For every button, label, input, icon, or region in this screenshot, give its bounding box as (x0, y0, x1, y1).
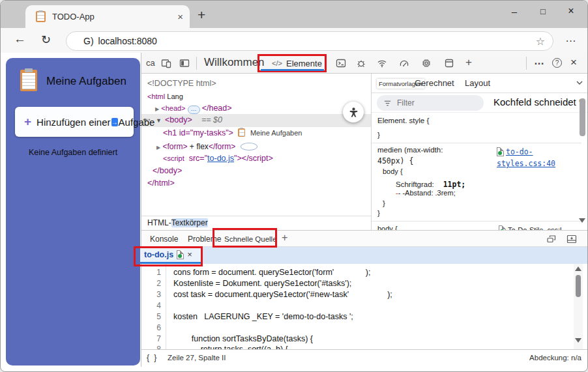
url-bar[interactable]: G) localhost:8080 ☆ (66, 31, 553, 51)
inline-expand-icon[interactable]: … (188, 106, 200, 114)
device-emulation-icon[interactable] (161, 58, 171, 68)
add-task-label: Hinzufügen einer (37, 117, 110, 128)
script-line[interactable]: <script src="to-do.js"></script> (163, 154, 273, 163)
media-body-close: } (383, 199, 385, 207)
filter-icon (383, 99, 392, 107)
script-src-link[interactable]: to-do.js (207, 154, 234, 163)
cursor-position-label: Zeile 27, Spalte II (168, 354, 226, 362)
head-line[interactable]: ▶ <head> … </head> (155, 104, 232, 114)
styles-scrollbar-thumb[interactable] (580, 98, 585, 136)
tab-welcome[interactable]: Willkommen (204, 56, 265, 69)
rule-divider (372, 143, 581, 143)
empty-tasks-message: Keine Aufgaben definiert (6, 148, 140, 157)
css-declaration-gap[interactable]: -- -Abstand: .3rem; (396, 189, 456, 197)
url-text: localhost:8080 (98, 36, 536, 46)
performance-gauge-icon[interactable] (399, 58, 409, 68)
devtools-panel: ca Willkommen </> Elemente (141, 53, 588, 367)
tab-close-icon[interactable]: × (177, 11, 183, 22)
chevron-down-icon[interactable] (575, 78, 584, 87)
styles-pane: Formatvorlagen Gerechnet Layout Kochfeld… (372, 74, 588, 230)
memory-cpu-icon[interactable] (421, 58, 432, 68)
help-icon[interactable]: ? (552, 58, 562, 68)
devtools-menu-icon[interactable]: … (534, 55, 544, 67)
doctype-line: <!DOCTYPE html> (147, 79, 216, 88)
tab-layout[interactable]: Layout (465, 78, 490, 88)
coverage-label: Abdeckung: n/a (529, 354, 581, 362)
devtools-toolbar: ca Willkommen </> Elemente (141, 53, 588, 74)
elements-tree[interactable]: <!DOCTYPE html> <html Lang ▶ <head> … </… (141, 74, 371, 216)
tab-title: TODO-App (52, 12, 177, 21)
drawer-add-tab-icon[interactable]: + (282, 232, 287, 244)
rule-divider-2 (372, 221, 581, 222)
editor-scrollbar-thumb (576, 275, 581, 297)
file-icon (497, 147, 504, 156)
styles-filter-input[interactable] (396, 98, 467, 108)
url-site-icon: G) (83, 36, 94, 46)
media-rule-source[interactable]: to-do-styles.css:40 (497, 145, 588, 169)
styles-filter[interactable] (377, 95, 484, 111)
dock-bottom-icon[interactable] (566, 234, 577, 244)
accessibility-fab[interactable] (343, 102, 364, 122)
app-title: Meine Aufgaben (46, 75, 126, 88)
bug-icon[interactable] (356, 58, 366, 68)
editor-scrollbar[interactable] (574, 264, 583, 349)
undock-panel-icon[interactable] (546, 234, 557, 244)
editor-statusbar: { } Zeile 27, Spalte II Abdeckung: n/a (141, 349, 588, 367)
code-line: function sortTasksByDate(tasks) { (173, 334, 313, 343)
browser-tab[interactable]: TODO-App × (25, 5, 190, 28)
add-panel-icon[interactable]: + (465, 56, 472, 69)
devtools-close-icon[interactable]: × (570, 56, 577, 69)
elements-tab-active-underline (261, 69, 324, 71)
drawer-tabbar: Konsole Probleme Schnelle Quelle + (141, 230, 588, 247)
todo-app-panel: Meine Aufgaben + Hinzufügen einer → Aufg… (6, 58, 140, 365)
code-line: Kostenliste = Dokument. querySe1ector('#… (173, 279, 351, 288)
line-number: 3 (141, 290, 161, 299)
media-body-selector: body { (383, 167, 403, 175)
window-maximize-button[interactable]: □ (532, 1, 554, 21)
format-braces-button[interactable]: { } (147, 353, 158, 362)
application-storage-icon[interactable] (444, 58, 454, 68)
code-line: kosten LAGERUNG _KEY = 'demo-to-do-tasks… (173, 312, 353, 321)
source-tabs-row: to-do.js × (141, 247, 588, 264)
new-tab-button[interactable]: + (198, 7, 205, 23)
tab-favicon-clipboard-icon (36, 11, 46, 22)
add-task-button[interactable]: + Hinzufügen einer → Aufgabe (15, 107, 134, 137)
styles-tabbar: Formatvorlagen Gerechnet Layout (372, 74, 588, 93)
favorite-star-icon[interactable]: ☆ (536, 35, 545, 48)
browser-window: TODO-App × + – □ × ← ↻ … G) localhost:80… (0, 0, 588, 372)
focus-cursor-icon: → (111, 118, 118, 126)
styles-filter-row: Kochfeld schneidet 9 a (372, 93, 588, 113)
source-editor[interactable]: 1 2 3 4 5 6 7 8 cons form = document. qu… (141, 264, 588, 349)
annotation-box-quick-source (213, 228, 277, 248)
reload-button[interactable]: ↻ (41, 33, 51, 47)
line-number: 7 (141, 334, 161, 343)
tab-computed[interactable]: Gerechnet (415, 78, 454, 88)
h1-line[interactable]: <h1 id="my-tasks"> Meine Aufgaben (163, 128, 302, 137)
css-declaration-fontsize[interactable]: Schriftgrad: 11pt; (396, 178, 465, 190)
browser-menu-button[interactable]: … (565, 32, 577, 45)
accessibility-person-icon (348, 107, 359, 118)
window-close-button[interactable]: × (560, 1, 582, 21)
styles-scroll-down-icon[interactable] (579, 218, 585, 223)
element-style-rule[interactable]: Element. style { (377, 117, 429, 124)
code-line: cost task = document.querySe1ector('#new… (173, 290, 392, 299)
h1-clipboard-icon (238, 128, 245, 137)
network-wifi-icon[interactable] (377, 58, 387, 68)
back-button[interactable]: ← (14, 32, 26, 46)
body-line-selected[interactable]: ••• ▼ <body> == $0 (141, 114, 371, 127)
inspect-element-icon[interactable]: ca (146, 58, 155, 68)
code-line: cons form = document. querySe1ector('for… (173, 268, 370, 277)
add-task-label-overflow: Aufgabe (119, 117, 155, 128)
annotation-box-todojs-tab (134, 246, 203, 266)
plus-icon: + (24, 115, 31, 129)
console-drawer-icon[interactable] (336, 58, 346, 68)
tab-console[interactable]: Konsole (150, 235, 178, 244)
line-number: 2 (141, 279, 161, 288)
window-minimize-button[interactable]: – (503, 1, 525, 21)
line-number: 6 (141, 323, 161, 332)
element-style-close: } (377, 131, 380, 139)
form-line[interactable]: ▶ <form> + flex</form> (156, 142, 257, 151)
hov-cls-label[interactable]: Kochfeld schneidet 9 a (493, 96, 588, 107)
dock-side-icon[interactable] (179, 58, 190, 68)
toolbar-separator-2 (526, 57, 527, 70)
